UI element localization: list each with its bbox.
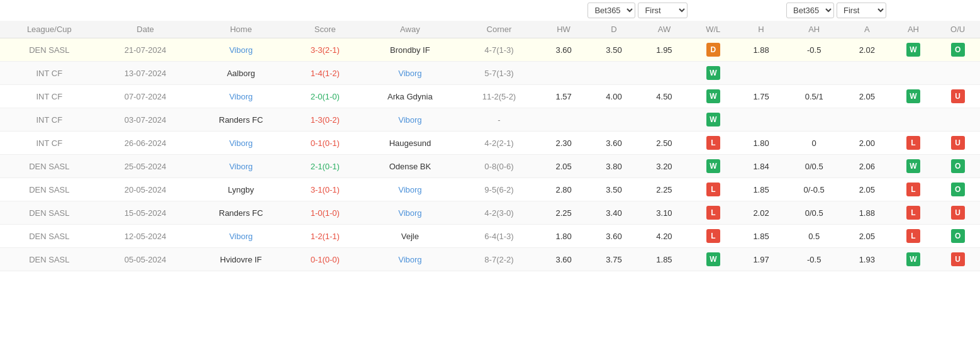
cell-aw: 4.50: [639, 85, 689, 108]
table-row: DEN SASL15-05-2024Randers FC1-0(1-0)Vibo…: [0, 201, 980, 225]
first-select-1[interactable]: First Second: [638, 3, 688, 18]
cell-date: 25-05-2024: [99, 155, 192, 178]
cell-corner: 9-5(6-2): [460, 178, 538, 201]
first-select-2[interactable]: First Second: [837, 3, 886, 18]
cell-h: [737, 108, 786, 132]
cell-away: Vejle: [360, 225, 460, 248]
cell-ou: [935, 108, 980, 132]
cell-d: 3.50: [589, 38, 639, 62]
cell-home: Lyngby: [192, 178, 289, 201]
cell-home: Randers FC: [192, 201, 289, 225]
cell-corner: 4-7(1-3): [460, 38, 538, 62]
cell-away[interactable]: Viborg: [360, 248, 460, 271]
cell-away[interactable]: Viborg: [360, 178, 460, 201]
cell-ah2: L: [891, 178, 936, 201]
cell-ou: O: [935, 178, 980, 201]
cell-ah: 0.5/1: [785, 85, 843, 108]
cell-home[interactable]: Viborg: [192, 155, 289, 178]
cell-home[interactable]: Viborg: [192, 225, 289, 248]
cell-league: DEN SASL: [0, 178, 99, 201]
cell-d: [589, 62, 639, 85]
bet365-select-2[interactable]: Bet365: [786, 3, 834, 18]
cell-corner: 4-2(3-0): [460, 201, 538, 225]
cell-wl: L: [689, 132, 737, 155]
cell-score: 3-3(2-1): [290, 38, 360, 62]
cell-d: 3.40: [589, 201, 639, 225]
cell-a: [843, 108, 891, 132]
betting-group-2-header: Bet365 First Second: [737, 0, 936, 21]
cell-wl: W: [689, 155, 737, 178]
col-away-header: Away: [360, 21, 460, 38]
cell-aw: [639, 62, 689, 85]
cell-a: [843, 62, 891, 85]
cell-corner: 6-4(1-3): [460, 225, 538, 248]
cell-wl: W: [689, 248, 737, 271]
cell-h: 1.75: [737, 85, 786, 108]
cell-league: INT CF: [0, 62, 99, 85]
cell-a: 2.05: [843, 225, 891, 248]
cell-a: 1.93: [843, 248, 891, 271]
cell-home[interactable]: Viborg: [192, 38, 289, 62]
cell-away[interactable]: Viborg: [360, 201, 460, 225]
cell-ah2: L: [891, 132, 936, 155]
cell-ah2: W: [891, 85, 936, 108]
cell-corner: 8-7(2-2): [460, 248, 538, 271]
cell-a: 2.05: [843, 178, 891, 201]
table-row: INT CF03-07-2024Randers FC1-3(0-2)Viborg…: [0, 108, 980, 132]
col-h-header: H: [737, 21, 786, 38]
cell-hw: [538, 62, 589, 85]
cell-wl: W: [689, 108, 737, 132]
cell-date: 20-05-2024: [99, 178, 192, 201]
cell-ou: U: [935, 248, 980, 271]
col-hw-header: HW: [538, 21, 589, 38]
cell-score: 0-1(0-1): [290, 132, 360, 155]
table-row: DEN SASL25-05-2024Viborg2-1(0-1)Odense B…: [0, 155, 980, 178]
cell-ou: O: [935, 155, 980, 178]
cell-aw: 2.50: [639, 132, 689, 155]
cell-score: 1-4(1-2): [290, 62, 360, 85]
table-row: INT CF26-06-2024Viborg0-1(0-1)Haugesund4…: [0, 132, 980, 155]
cell-ou: U: [935, 201, 980, 225]
cell-league: DEN SASL: [0, 201, 99, 225]
cell-home: Aalborg: [192, 62, 289, 85]
table-row: DEN SASL21-07-2024Viborg3-3(2-1)Brondby …: [0, 38, 980, 62]
cell-date: 03-07-2024: [99, 108, 192, 132]
cell-hw: 2.30: [538, 132, 589, 155]
ou-header-empty: [935, 0, 980, 21]
table-row: INT CF13-07-2024Aalborg1-4(1-2)Viborg5-7…: [0, 62, 980, 85]
cell-wl: W: [689, 85, 737, 108]
cell-ah2: W: [891, 155, 936, 178]
cell-date: 13-07-2024: [99, 62, 192, 85]
col-ou-header: O/U: [935, 21, 980, 38]
cell-h: 1.88: [737, 38, 786, 62]
bet365-select-1[interactable]: Bet365: [587, 3, 635, 18]
cell-hw: 2.25: [538, 201, 589, 225]
cell-score: 2-1(0-1): [290, 155, 360, 178]
cell-home[interactable]: Viborg: [192, 85, 289, 108]
cell-a: 2.06: [843, 155, 891, 178]
cell-d: 3.60: [589, 225, 639, 248]
cell-wl: L: [689, 178, 737, 201]
cell-ah: 0.5: [785, 225, 843, 248]
cell-h: 1.80: [737, 132, 786, 155]
cell-h: 1.84: [737, 155, 786, 178]
cell-d: 3.80: [589, 155, 639, 178]
cell-ou: U: [935, 132, 980, 155]
col-ah-header: AH: [785, 21, 843, 38]
cell-ah: [785, 62, 843, 85]
table-row: DEN SASL05-05-2024Hvidovre IF0-1(0-0)Vib…: [0, 248, 980, 271]
cell-away[interactable]: Viborg: [360, 62, 460, 85]
cell-hw: 3.60: [538, 38, 589, 62]
table-body: DEN SASL21-07-2024Viborg3-3(2-1)Brondby …: [0, 38, 980, 271]
cell-ah: [785, 108, 843, 132]
cell-ah2: W: [891, 248, 936, 271]
cell-hw: 1.57: [538, 85, 589, 108]
cell-ah: 0/-0.5: [785, 178, 843, 201]
cell-ah: -0.5: [785, 38, 843, 62]
cell-home[interactable]: Viborg: [192, 132, 289, 155]
cell-away[interactable]: Viborg: [360, 108, 460, 132]
cell-score: 0-1(0-0): [290, 248, 360, 271]
cell-date: 26-06-2024: [99, 132, 192, 155]
betting-group-1-header: Bet365 First Second: [538, 0, 737, 21]
cell-ah: 0/0.5: [785, 155, 843, 178]
